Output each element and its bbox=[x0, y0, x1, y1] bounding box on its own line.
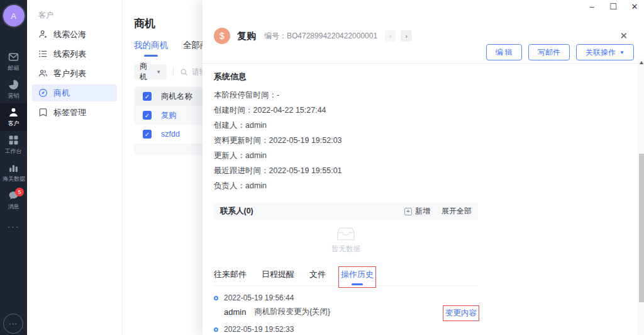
field-creator: 创建人：admin bbox=[214, 118, 478, 133]
rail-item-label: 客户 bbox=[8, 120, 19, 127]
opportunity-link[interactable]: szfdd bbox=[161, 130, 180, 139]
deal-avatar-icon: $ bbox=[214, 28, 230, 44]
timeline-dot-icon bbox=[214, 327, 218, 332]
chevron-down-icon: ▼ bbox=[156, 69, 161, 75]
list-icon bbox=[38, 49, 48, 59]
compass-icon bbox=[38, 88, 48, 98]
history-entry: 2022-05-19 19:52:33 admin 商机阶段变更为{发货} 变更… bbox=[214, 325, 478, 335]
maximize-button[interactable]: ☐ bbox=[609, 2, 618, 11]
history-time: 2022-05-19 19:52:33 bbox=[224, 325, 294, 334]
system-info-fields: 本阶段停留时间：- 创建时间：2022-04-22 15:27:44 创建人：a… bbox=[214, 88, 478, 193]
table-row[interactable]: ✓ szfdd bbox=[134, 125, 209, 144]
field-value: 2022-05-19 19:55:01 bbox=[269, 166, 342, 175]
avatar[interactable]: A bbox=[3, 5, 25, 26]
field-label: 最近跟进时间： bbox=[214, 166, 269, 175]
write-email-button[interactable]: 写邮件 bbox=[528, 44, 570, 60]
field-label: 本阶段停留时间： bbox=[214, 91, 277, 99]
add-contact-button[interactable]: + 新增 bbox=[404, 206, 430, 217]
deal-title: 复购 bbox=[237, 30, 256, 42]
system-info-title: 系统信息 bbox=[214, 71, 478, 82]
row-checkbox[interactable]: ✓ bbox=[143, 111, 152, 120]
sidebar-item-leads-list[interactable]: 线索列表 bbox=[32, 45, 117, 62]
sidebar-item-customer-list[interactable]: 客户列表 bbox=[32, 65, 117, 82]
record-nav: ‹ › bbox=[385, 30, 412, 42]
grid-icon bbox=[8, 135, 19, 145]
field-created-time: 创建时间：2022-04-22 15:27:44 bbox=[214, 103, 478, 118]
sidebar-item-leads-pool[interactable]: 线索公海 bbox=[32, 26, 117, 43]
tag-icon bbox=[38, 108, 48, 117]
sidebar-item-opportunity[interactable]: 商机 bbox=[32, 84, 117, 101]
tab-operation-history[interactable]: 操作历史 bbox=[341, 269, 374, 285]
related-actions-label: 关联操作 bbox=[586, 47, 616, 58]
search-icon bbox=[180, 68, 188, 76]
opportunity-link[interactable]: 复购 bbox=[161, 110, 177, 121]
person-star-icon bbox=[38, 30, 48, 39]
rail-item-messages[interactable]: 5 消息 bbox=[0, 186, 27, 214]
history-action: 商机阶段变更为{关闭} bbox=[254, 307, 330, 317]
edit-button[interactable]: 编 辑 bbox=[486, 44, 522, 60]
collapse-icon[interactable]: ··· bbox=[3, 314, 23, 334]
field-label: 创建人： bbox=[214, 121, 245, 130]
related-actions-button[interactable]: 关联操作 ▼ bbox=[576, 44, 634, 60]
person-icon bbox=[8, 107, 19, 118]
history-time: 2022-05-19 19:56:44 bbox=[224, 293, 294, 302]
field-updater: 更新人：admin bbox=[214, 148, 478, 163]
rail-item-workbench[interactable]: 工作台 bbox=[0, 131, 27, 159]
opportunity-table: ✓ 商机名称 ✓ 复购 ✓ szfdd bbox=[134, 87, 209, 155]
rail-item-label: 消息 bbox=[8, 203, 19, 210]
tab-my-opportunities[interactable]: 我的商机 bbox=[134, 40, 168, 57]
filter-dropdown[interactable]: 商机 ▼ bbox=[134, 64, 167, 79]
sidebar-item-label: 标签管理 bbox=[53, 107, 86, 118]
rail-nav: 邮箱 营销 客户 工作台 海关数据 5 消息 bbox=[0, 48, 27, 214]
rail-item-mail[interactable]: 邮箱 bbox=[0, 48, 27, 76]
opportunity-detail-panel: – ☐ ✕ $ 复购 编号：BO4728994220422000001 ‹ › … bbox=[203, 0, 644, 335]
plus-icon: + bbox=[404, 208, 412, 215]
column-header: 商机名称 bbox=[161, 91, 192, 102]
customer-subnav: 客户 线索公海 线索列表 客户列表 商机 bbox=[27, 0, 123, 335]
select-all-checkbox[interactable]: ✓ bbox=[143, 92, 152, 101]
field-label: 负责人： bbox=[214, 181, 245, 190]
table-row-empty bbox=[134, 144, 209, 155]
table-header-row: ✓ 商机名称 bbox=[134, 87, 209, 106]
field-value: 2022-04-22 15:27:44 bbox=[253, 106, 326, 115]
field-updated-time: 资料更新时间：2022-05-19 19:52:03 bbox=[214, 133, 478, 148]
history-user: admin bbox=[224, 307, 246, 317]
sidebar-item-tag-management[interactable]: 标签管理 bbox=[32, 104, 117, 121]
more-icon[interactable]: ··· bbox=[8, 222, 19, 231]
row-checkbox[interactable]: ✓ bbox=[143, 130, 152, 139]
deal-code-label: 编号： bbox=[264, 31, 287, 40]
rail-item-marketing[interactable]: 营销 bbox=[0, 76, 27, 103]
detail-tabs: 往来邮件 日程提醒 文件 操作历史 bbox=[214, 269, 478, 286]
field-value: 2022-05-19 19:52:03 bbox=[269, 136, 342, 145]
tab-emails[interactable]: 往来邮件 bbox=[214, 269, 247, 285]
window-close-button[interactable]: ✕ bbox=[630, 2, 639, 11]
scrollbar-thumb[interactable] bbox=[639, 154, 644, 302]
panel-actions: 编 辑 写邮件 关联操作 ▼ bbox=[486, 44, 634, 60]
expand-all-button[interactable]: 展开全部 bbox=[441, 206, 472, 217]
contacts-section: 联系人(0) + 新增 展开全部 暂无数据 bbox=[214, 203, 478, 259]
sidebar-item-label: 商机 bbox=[53, 88, 70, 99]
tab-files[interactable]: 文件 bbox=[309, 269, 326, 285]
field-label: 创建时间： bbox=[214, 106, 253, 115]
minimize-button[interactable]: – bbox=[587, 2, 596, 11]
timeline-dot-icon bbox=[214, 296, 218, 300]
window-controls: – ☐ ✕ bbox=[587, 2, 639, 11]
divider bbox=[173, 67, 174, 76]
panel-close-icon[interactable]: ✕ bbox=[619, 30, 628, 42]
field-value: admin bbox=[245, 121, 267, 130]
field-owner: 负责人：admin bbox=[214, 178, 478, 193]
next-record-button[interactable]: › bbox=[401, 30, 412, 42]
scroll-up-icon[interactable] bbox=[640, 61, 643, 64]
rail-item-customs-data[interactable]: 海关数据 bbox=[0, 159, 27, 186]
tab-schedule-reminder[interactable]: 日程提醒 bbox=[262, 269, 294, 285]
panel-scrollbar[interactable] bbox=[638, 59, 644, 335]
rail-item-customer[interactable]: 客户 bbox=[0, 103, 27, 131]
pie-chart-icon bbox=[8, 79, 19, 90]
deal-code: 编号：BO4728994220422000001 bbox=[264, 31, 377, 42]
field-label: 更新人： bbox=[214, 151, 245, 160]
change-content-link[interactable]: 变更内容 bbox=[445, 308, 477, 319]
mail-icon bbox=[8, 52, 19, 62]
panel-header: $ 复购 编号：BO4728994220422000001 ‹ › bbox=[214, 28, 412, 44]
table-row[interactable]: ✓ 复购 bbox=[134, 106, 209, 125]
prev-record-button[interactable]: ‹ bbox=[385, 30, 396, 42]
